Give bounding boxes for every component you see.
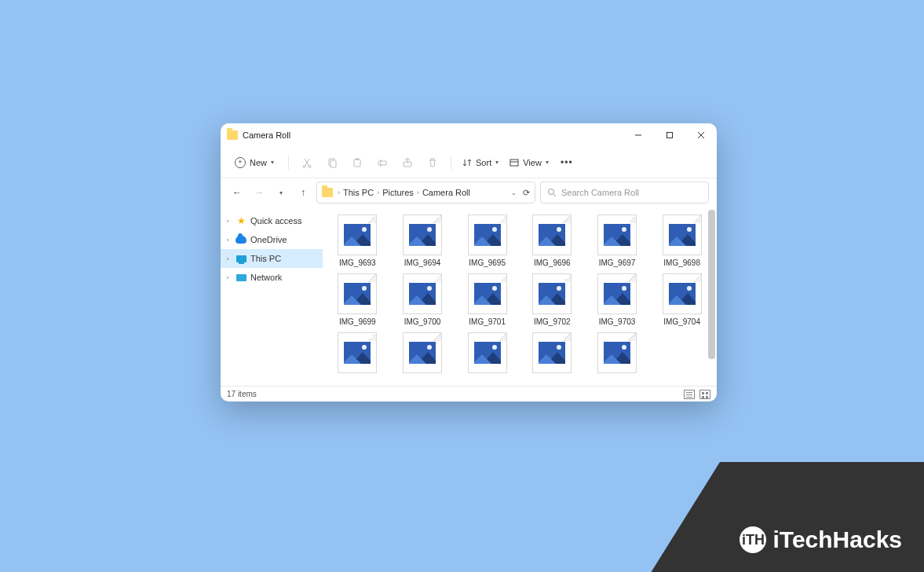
image-thumbnail: [663, 214, 702, 255]
file-name: IMG_9695: [469, 258, 506, 267]
svg-point-4: [303, 165, 305, 167]
picture-icon: [409, 224, 436, 246]
breadcrumb-root[interactable]: This PC: [343, 188, 374, 197]
file-name: IMG_9699: [339, 317, 376, 326]
chevron-down-icon: ▾: [546, 159, 549, 166]
image-thumbnail: [338, 273, 377, 314]
file-item[interactable]: IMG_9696: [522, 213, 583, 269]
network-icon: [236, 272, 247, 283]
plus-icon: +: [235, 157, 246, 168]
watermark-background: [641, 462, 924, 572]
image-thumbnail: [338, 214, 377, 255]
picture-icon: [539, 283, 565, 305]
file-item[interactable]: IMG_9697: [587, 213, 648, 269]
sort-button[interactable]: Sort ▾: [459, 158, 502, 167]
file-item[interactable]: [587, 331, 648, 378]
sidebar: › ★ Quick access › OneDrive › This PC › …: [221, 207, 323, 386]
file-item[interactable]: [522, 331, 583, 378]
close-button[interactable]: [685, 123, 717, 147]
file-item[interactable]: IMG_9698: [652, 213, 712, 269]
image-thumbnail: [403, 214, 442, 255]
file-item[interactable]: IMG_9703: [587, 272, 648, 328]
image-thumbnail: [663, 273, 702, 314]
details-view-button[interactable]: [684, 390, 695, 399]
sidebar-item-quick-access[interactable]: › ★ Quick access: [221, 211, 323, 230]
body: › ★ Quick access › OneDrive › This PC › …: [221, 207, 717, 386]
picture-icon: [604, 342, 630, 364]
paste-icon[interactable]: [347, 152, 367, 173]
cloud-icon: [236, 234, 247, 245]
file-item[interactable]: IMG_9702: [522, 272, 583, 328]
file-item[interactable]: IMG_9704: [652, 272, 712, 328]
picture-icon: [344, 342, 371, 364]
copy-icon[interactable]: [322, 152, 342, 173]
new-button[interactable]: + New ▾: [228, 154, 280, 171]
up-button[interactable]: ↑: [294, 184, 312, 201]
file-item[interactable]: IMG_9699: [327, 272, 388, 328]
image-thumbnail: [468, 214, 507, 255]
file-name: IMG_9696: [534, 258, 571, 267]
status-count: 17 items: [227, 390, 257, 398]
picture-icon: [409, 283, 436, 305]
file-item[interactable]: IMG_9695: [457, 213, 517, 269]
share-icon[interactable]: [397, 152, 418, 173]
delete-icon[interactable]: [422, 152, 443, 173]
folder-icon: [322, 188, 333, 197]
search-input[interactable]: Search Camera Roll: [540, 182, 709, 204]
file-item[interactable]: [327, 331, 388, 378]
picture-icon: [344, 224, 371, 246]
star-icon: ★: [236, 215, 247, 226]
image-thumbnail: [532, 214, 572, 255]
more-button[interactable]: •••: [557, 152, 577, 173]
back-button[interactable]: ←: [228, 184, 246, 201]
file-item[interactable]: [393, 331, 453, 378]
sidebar-item-this-pc[interactable]: › This PC: [221, 249, 323, 268]
breadcrumb-pictures[interactable]: Pictures: [382, 188, 414, 197]
sidebar-label: Quick access: [250, 216, 301, 226]
scrollbar[interactable]: [708, 207, 715, 386]
picture-icon: [604, 283, 630, 305]
view-button[interactable]: View ▾: [506, 158, 552, 167]
sidebar-label: OneDrive: [250, 235, 287, 244]
icons-view-button[interactable]: [699, 390, 710, 399]
image-thumbnail: [403, 273, 442, 314]
sort-icon: [462, 158, 472, 167]
watermark: iTH iTechHacks: [740, 526, 902, 553]
chevron-down-icon[interactable]: ⌄: [511, 189, 517, 196]
file-name: IMG_9702: [534, 317, 571, 326]
scrollbar-thumb[interactable]: [708, 210, 715, 359]
file-item[interactable]: IMG_9700: [393, 272, 453, 328]
file-name: IMG_9700: [404, 317, 441, 326]
file-name: IMG_9697: [599, 258, 636, 267]
sidebar-item-onedrive[interactable]: › OneDrive: [221, 230, 323, 249]
forward-button[interactable]: →: [250, 184, 268, 201]
image-thumbnail: [597, 332, 637, 373]
view-label: View: [523, 158, 542, 167]
recent-button[interactable]: ▾: [272, 184, 290, 201]
file-item[interactable]: [457, 331, 517, 378]
chevron-right-icon: ›: [224, 218, 232, 225]
explorer-window: Camera Roll + New ▾: [221, 123, 717, 402]
cut-icon[interactable]: [297, 152, 317, 173]
rename-icon[interactable]: [372, 152, 393, 173]
address-bar[interactable]: › This PC › Pictures › Camera Roll ⌄ ⟳: [316, 182, 535, 204]
watermark-text: iTechHacks: [772, 526, 902, 553]
minimize-button[interactable]: [623, 123, 654, 147]
maximize-button[interactable]: [654, 123, 685, 147]
chevron-right-icon: ›: [224, 255, 232, 262]
file-item[interactable]: IMG_9693: [327, 213, 388, 269]
nav-row: ← → ▾ ↑ › This PC › Pictures › Camera Ro…: [221, 178, 717, 207]
image-thumbnail: [468, 273, 507, 314]
file-item[interactable]: IMG_9701: [457, 272, 517, 328]
window-title: Camera Roll: [243, 130, 623, 140]
image-thumbnail: [532, 273, 572, 314]
image-thumbnail: [597, 214, 637, 255]
refresh-button[interactable]: ⟳: [523, 188, 530, 198]
search-icon: [547, 188, 557, 197]
breadcrumb-camera-roll[interactable]: Camera Roll: [422, 188, 470, 197]
sidebar-item-network[interactable]: › Network: [221, 268, 323, 287]
status-bar: 17 items: [221, 386, 717, 402]
chevron-right-icon: ›: [224, 274, 232, 281]
svg-rect-9: [356, 158, 359, 160]
file-item[interactable]: IMG_9694: [393, 213, 453, 269]
